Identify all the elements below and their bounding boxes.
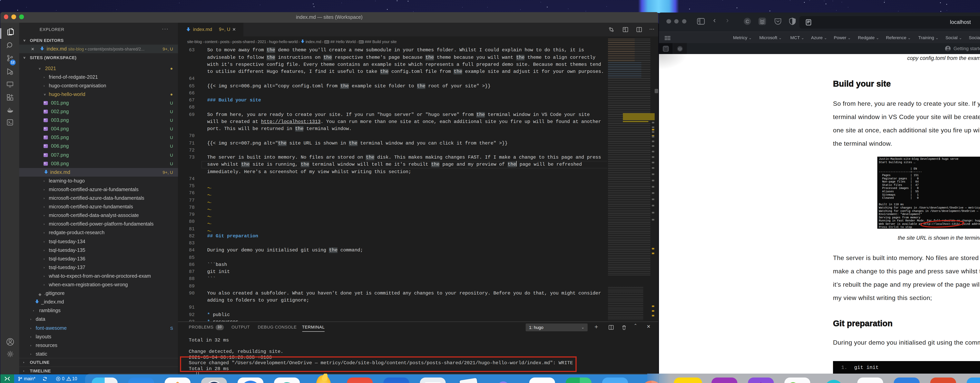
svg-text:C: C — [745, 19, 749, 24]
